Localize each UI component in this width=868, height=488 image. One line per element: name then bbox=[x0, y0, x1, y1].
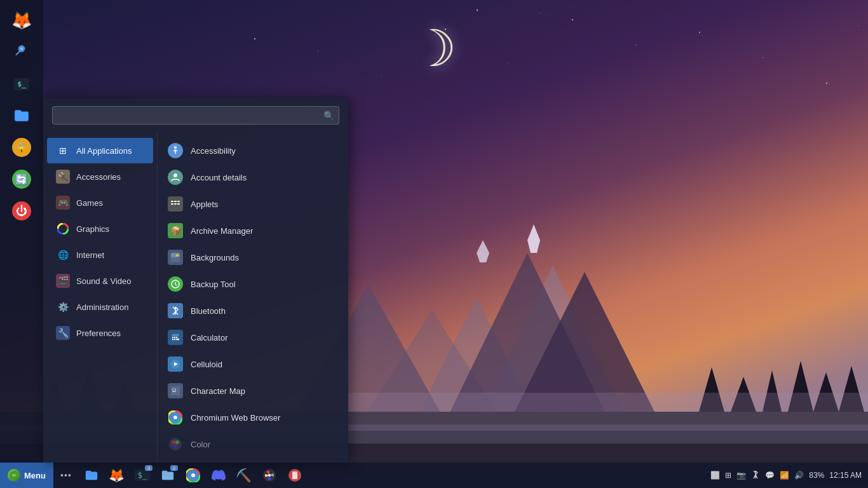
app-applets-icon bbox=[168, 196, 183, 212]
clock: 12:15 AM bbox=[829, 471, 862, 480]
category-graphics[interactable]: Graphics bbox=[47, 216, 153, 241]
search-button[interactable]: 🔍 bbox=[323, 111, 334, 121]
category-all-label: All Applications bbox=[76, 146, 132, 156]
sidebar-item-terminal[interactable]: $_ bbox=[8, 70, 36, 98]
svg-marker-6 bbox=[477, 240, 489, 262]
category-all[interactable]: ⊞ All Applications bbox=[47, 138, 153, 163]
svg-marker-7 bbox=[527, 224, 540, 253]
app-character-map[interactable]: Ω Character Map bbox=[158, 377, 348, 404]
svg-point-57 bbox=[268, 474, 271, 477]
category-admin-icon: ⚙️ bbox=[56, 300, 70, 314]
category-sound-video-label: Sound & Video bbox=[76, 276, 132, 286]
category-sound-video[interactable]: 🎬 Sound & Video bbox=[47, 268, 153, 294]
app-bluetooth-label: Bluetooth bbox=[191, 306, 226, 316]
category-all-icon: ⊞ bbox=[56, 144, 70, 158]
dots-icon: ••• bbox=[60, 470, 72, 480]
app-backgrounds-icon bbox=[168, 250, 183, 265]
svg-rect-28 bbox=[174, 203, 177, 205]
category-preferences[interactable]: 🔧 Preferences bbox=[47, 320, 153, 346]
sidebar-item-tools[interactable] bbox=[8, 38, 36, 66]
sidebar-dock: 🦊 $_ 🔒 🔄 ⏻ bbox=[0, 0, 43, 463]
menu-button[interactable]: Menu bbox=[0, 463, 53, 488]
taskbar-files-active[interactable] bbox=[80, 464, 103, 487]
category-accessories-icon: 🔌 bbox=[56, 170, 70, 184]
app-menu: 🔍 ⊞ All Applications 🔌 Accessories 🎮 Gam… bbox=[43, 98, 348, 463]
app-applets[interactable]: Applets bbox=[158, 191, 348, 217]
sidebar-item-power[interactable]: ⏻ bbox=[8, 197, 36, 225]
search-bar: 🔍 bbox=[43, 98, 348, 132]
discord-icon bbox=[212, 468, 226, 482]
category-sound-video-icon: 🎬 bbox=[56, 274, 70, 288]
category-administration[interactable]: ⚙️ Administration bbox=[47, 294, 153, 320]
pinwheel-icon bbox=[262, 468, 276, 482]
svg-point-55 bbox=[191, 473, 195, 477]
category-prefs-icon: 🔧 bbox=[56, 326, 70, 340]
svg-rect-40 bbox=[174, 339, 175, 340]
window-tray-icon[interactable]: ⬜ bbox=[710, 471, 720, 480]
taskbar-files2[interactable]: 2 bbox=[156, 464, 179, 487]
app-character-map-icon: Ω bbox=[168, 383, 183, 398]
app-accessibility-icon bbox=[168, 143, 183, 158]
app-bluetooth[interactable]: Bluetooth bbox=[158, 297, 348, 324]
app-account-details-label: Account details bbox=[191, 173, 247, 182]
taskbar-firefox[interactable]: 🦊 bbox=[105, 464, 128, 487]
search-input-wrap: 🔍 bbox=[52, 106, 339, 125]
app-backup-tool-icon bbox=[168, 276, 183, 292]
files2-badge: 2 bbox=[170, 465, 178, 471]
svg-point-52 bbox=[173, 444, 177, 448]
app-archive-manager-icon: 📦 bbox=[168, 223, 183, 238]
app-celluloid[interactable]: Celluloid bbox=[158, 351, 348, 377]
taskbar-dots[interactable]: ••• bbox=[55, 464, 78, 487]
svg-point-22 bbox=[174, 146, 177, 149]
taskbar-pinwheel[interactable] bbox=[258, 464, 281, 487]
layout-tray-icon[interactable]: ⊞ bbox=[725, 471, 731, 480]
camera-tray-icon[interactable]: 📷 bbox=[736, 471, 746, 480]
svg-point-48 bbox=[173, 416, 177, 419]
app-backup-tool[interactable]: Backup Tool bbox=[158, 271, 348, 297]
taskbar-terminal[interactable]: $_ 3 bbox=[131, 464, 154, 487]
category-admin-label: Administration bbox=[76, 302, 128, 312]
app-calculator-icon bbox=[168, 330, 183, 345]
minecraft-icon: ⛏️ bbox=[236, 468, 252, 483]
app-chromium[interactable]: Chromium Web Browser bbox=[158, 404, 348, 431]
categories-panel: ⊞ All Applications 🔌 Accessories 🎮 Games bbox=[43, 132, 158, 463]
app-accessibility[interactable]: Accessibility bbox=[158, 137, 348, 164]
taskbar-chrome[interactable] bbox=[182, 464, 205, 487]
taskbar-tray: ⬜ ⊞ 📷 💬 📶 🔊 83% 12:15 AM bbox=[710, 470, 868, 481]
sidebar-item-firefox[interactable]: 🦊 bbox=[8, 6, 36, 34]
volume-tray-icon[interactable]: 🔊 bbox=[794, 471, 804, 480]
sidebar-item-lock[interactable]: 🔒 bbox=[8, 133, 36, 161]
taskbar-discord[interactable] bbox=[207, 464, 230, 487]
category-graphics-label: Graphics bbox=[76, 224, 109, 234]
battery-indicator: 83% bbox=[809, 471, 824, 480]
category-internet[interactable]: 🌐 Internet bbox=[47, 242, 153, 268]
category-graphics-icon bbox=[56, 222, 70, 236]
svg-rect-38 bbox=[176, 337, 177, 338]
category-accessories[interactable]: 🔌 Accessories bbox=[47, 164, 153, 189]
search-input[interactable] bbox=[52, 106, 339, 125]
app-color[interactable]: Color bbox=[158, 431, 348, 458]
terminal-badge: 3 bbox=[145, 465, 153, 471]
sidebar-item-update[interactable]: 🔄 bbox=[8, 165, 36, 193]
app-chromium-icon bbox=[168, 410, 183, 425]
app-account-details[interactable]: Account details bbox=[158, 164, 348, 191]
app-calculator[interactable]: Calculator bbox=[158, 324, 348, 351]
chrome-icon bbox=[186, 468, 200, 482]
app-backgrounds[interactable]: Backgrounds bbox=[158, 244, 348, 271]
taskbar-red-app[interactable] bbox=[283, 464, 306, 487]
taskbar-minecraft[interactable]: ⛏️ bbox=[233, 464, 255, 487]
app-applets-label: Applets bbox=[191, 200, 218, 209]
bluetooth-tray-icon[interactable] bbox=[751, 470, 760, 481]
svg-rect-26 bbox=[177, 201, 180, 202]
svg-point-50 bbox=[172, 440, 175, 444]
app-calculator-label: Calculator bbox=[191, 333, 228, 342]
category-games[interactable]: 🎮 Games bbox=[47, 190, 153, 215]
files-icon bbox=[85, 468, 98, 482]
menu-content: ⊞ All Applications 🔌 Accessories 🎮 Games bbox=[43, 132, 348, 463]
svg-point-23 bbox=[173, 173, 177, 177]
app-backup-tool-label: Backup Tool bbox=[191, 280, 236, 289]
discord-tray-icon[interactable]: 💬 bbox=[765, 471, 775, 480]
sidebar-item-files[interactable] bbox=[8, 102, 36, 130]
app-archive-manager[interactable]: 📦 Archive Manager bbox=[158, 217, 348, 244]
wifi-tray-icon[interactable]: 📶 bbox=[780, 471, 789, 480]
